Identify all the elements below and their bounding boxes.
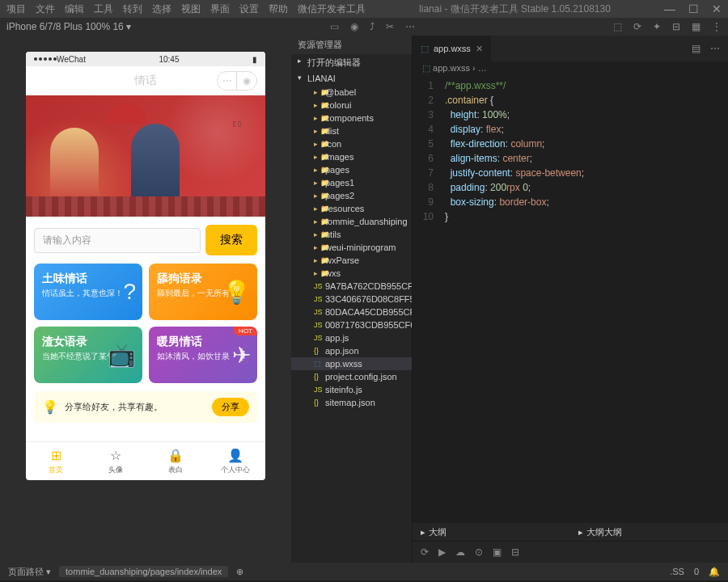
share-icon[interactable]: ⤴ (370, 21, 375, 32)
file-utils[interactable]: ▸ 📁 utils (291, 228, 412, 241)
cloud-icon[interactable]: ☁ (455, 546, 465, 558)
device-toolbar: iPhone 6/7/8 Plus 100% 16 ▾ ▭ ◉ ⤴ ✂ ⋯ ⬚ … (0, 18, 728, 36)
file-colorui[interactable]: ▸ 📁 colorui (291, 99, 412, 112)
panel-icon[interactable]: ⬚ (613, 21, 622, 32)
menu-编辑[interactable]: 编辑 (65, 2, 84, 16)
file-project.config.json[interactable]: {} project.config.json (291, 370, 412, 383)
hero-image: 𓅯 𓅯 (26, 95, 265, 217)
file-app.js[interactable]: JS app.js (291, 331, 412, 344)
explorer-panel: 资源管理器 打开的编辑器 LIANAI ▸ 📁 @babel▸ 📁 coloru… (291, 36, 413, 563)
card-1[interactable]: 舔狗语录舔到最后，一无所有💡 (149, 264, 257, 320)
breadcrumb[interactable]: ⬚ app.wxss › … (413, 61, 728, 75)
sim-tabbar: ⊞首页☆头像🔒表白👤个人中心 (26, 441, 265, 480)
menu-文件[interactable]: 文件 (36, 2, 55, 16)
explorer-title: 资源管理器 (291, 36, 412, 54)
file-80DACA45CDB955CFE…[interactable]: JS 80DACA45CDB955CFE… (291, 306, 412, 318)
dots-icon[interactable]: ⋮ (712, 21, 722, 32)
phone-status-bar: WeChat 10:45 ▮ (26, 52, 265, 66)
refresh-icon[interactable]: ⟳ (633, 21, 641, 32)
menu-项目[interactable]: 项目 (6, 2, 26, 16)
close-icon[interactable]: ✕ (712, 2, 722, 15)
debug-icon[interactable]: ⊙ (475, 546, 483, 558)
window-title: lianai - 微信开发者工具 Stable 1.05.2108130 (366, 2, 664, 16)
file-pages2[interactable]: ▸ 📁 pages2 (291, 189, 412, 202)
file-wxs[interactable]: ▸ 📁 wxs (291, 267, 412, 280)
tab-表白[interactable]: 🔒表白 (146, 442, 205, 480)
path-label[interactable]: 页面路径 ▾ (8, 566, 51, 578)
outline-left[interactable]: ▸ 大纲 (413, 523, 570, 541)
battery-icon: ▮ (252, 55, 257, 64)
file-33C406676D08C8FF5…[interactable]: JS 33C406676D08C8FF5… (291, 293, 412, 306)
menu-微信开发者工具[interactable]: 微信开发者工具 (298, 2, 366, 16)
file-weui-miniprogram[interactable]: ▸ 📁 weui-miniprogram (291, 241, 412, 254)
tablet-icon[interactable]: ▭ (330, 21, 339, 32)
maximize-icon[interactable]: ☐ (688, 2, 699, 15)
cut-icon[interactable]: ✂ (386, 21, 394, 32)
file-siteinfo.js[interactable]: JS siteinfo.js (291, 383, 412, 396)
simulator-panel: WeChat 10:45 ▮ 情话 ⋯ ◉ 𓅯 𓅯 (0, 36, 291, 563)
reload-icon[interactable]: ⟳ (421, 546, 429, 558)
file-00871763CDB955CF66…[interactable]: JS 00871763CDB955CF66… (291, 318, 412, 331)
editor-tab-appwxss[interactable]: ⬚ app.wxss ✕ (413, 36, 492, 61)
section-project[interactable]: LIANAI (291, 71, 412, 86)
share-button[interactable]: 分享 (212, 398, 249, 416)
share-text: 分享给好友，共享有趣。 (65, 401, 205, 413)
sim-nav-title: 情话 (134, 74, 157, 88)
file-9A7BA762CDB955CFF…[interactable]: JS 9A7BA762CDB955CFF… (291, 280, 412, 293)
terminal-icon[interactable]: ▣ (493, 546, 502, 558)
section-open-editors[interactable]: 打开的编辑器 (291, 54, 412, 71)
card-2[interactable]: 渣女语录当她不经意说了某句📺 (34, 327, 142, 383)
search-input[interactable]: 请输入内容 (34, 228, 201, 253)
app-menus: 项目文件编辑工具转到选择视图界面设置帮助微信开发者工具 (6, 2, 366, 16)
file-pages1[interactable]: ▸ 📁 pages1 (291, 176, 412, 189)
file-dist[interactable]: ▸ 📁 dist (291, 124, 412, 137)
file-pages[interactable]: ▸ 📁 pages (291, 163, 412, 176)
file-icon[interactable]: ▸ 📁 icon (291, 137, 412, 150)
menu-转到[interactable]: 转到 (123, 2, 142, 16)
menu-视图[interactable]: 视图 (181, 2, 201, 16)
file-tommie_duanshiping[interactable]: ▸ 📁 tommie_duanshiping (291, 215, 412, 228)
tree-icon[interactable]: ⊟ (672, 21, 680, 32)
menu-工具[interactable]: 工具 (94, 2, 113, 16)
sim-carrier: WeChat (57, 55, 86, 64)
tab-首页[interactable]: ⊞首页 (26, 442, 86, 480)
tab-close-icon[interactable]: ✕ (476, 44, 483, 54)
search-button[interactable]: 搜索 (205, 225, 257, 255)
menu-设置[interactable]: 设置 (239, 2, 259, 16)
outline-right[interactable]: ▸ 大纲大纲 (570, 523, 728, 541)
card-3[interactable]: HOT暖男情话如沐清风，如饮甘泉✈ (149, 327, 257, 383)
capsule-button[interactable]: ⋯ ◉ (217, 71, 257, 91)
file-icon: ⬚ (421, 44, 429, 54)
file-sitemap.json[interactable]: {} sitemap.json (291, 396, 412, 409)
split-icon[interactable]: ▤ (692, 43, 700, 54)
file-app.wxss[interactable]: ⬚ app.wxss (291, 357, 412, 370)
bell-icon[interactable]: 🔔 (709, 567, 720, 577)
file-components[interactable]: ▸ 📁 components (291, 112, 412, 124)
minimize-icon[interactable]: — (664, 2, 675, 15)
debug-icon[interactable]: ✦ (653, 21, 661, 32)
wifi-icon[interactable]: ⊕ (236, 567, 243, 577)
capsule-close-icon[interactable]: ◉ (237, 72, 256, 90)
file-resources[interactable]: ▸ 📁 resources (291, 202, 412, 215)
file-wxParse[interactable]: ▸ 📁 wxParse (291, 254, 412, 267)
device-selector[interactable]: iPhone 6/7/8 Plus 100% 16 ▾ (6, 21, 131, 32)
menu-界面[interactable]: 界面 (210, 2, 230, 16)
file-images[interactable]: ▸ 📁 images (291, 150, 412, 163)
tab-个人中心[interactable]: 👤个人中心 (205, 442, 265, 480)
menu-帮助[interactable]: 帮助 (269, 2, 288, 16)
page-path[interactable]: tommie_duanshiping/pages/index/index (59, 566, 228, 577)
build-icon[interactable]: ▶ (438, 546, 446, 558)
tab-头像[interactable]: ☆头像 (86, 442, 146, 480)
output-icon[interactable]: ⊟ (511, 546, 519, 558)
menu-选择[interactable]: 选择 (152, 2, 171, 16)
file-app.json[interactable]: {} app.json (291, 344, 412, 357)
capsule-menu-icon[interactable]: ⋯ (218, 72, 237, 90)
file-@babel[interactable]: ▸ 📁 @babel (291, 86, 412, 99)
grid-icon[interactable]: ▦ (692, 21, 700, 32)
card-0[interactable]: 土味情话情话虽土，其意也深！? (34, 264, 142, 320)
more-icon[interactable]: ⋯ (405, 21, 415, 32)
record-icon[interactable]: ◉ (350, 21, 358, 32)
code-editor[interactable]: 1/**app.wxss**/2.container {3 height: 10… (413, 75, 728, 523)
more-icon[interactable]: ⋯ (710, 43, 720, 54)
search-row: 请输入内容 搜索 (26, 217, 265, 264)
